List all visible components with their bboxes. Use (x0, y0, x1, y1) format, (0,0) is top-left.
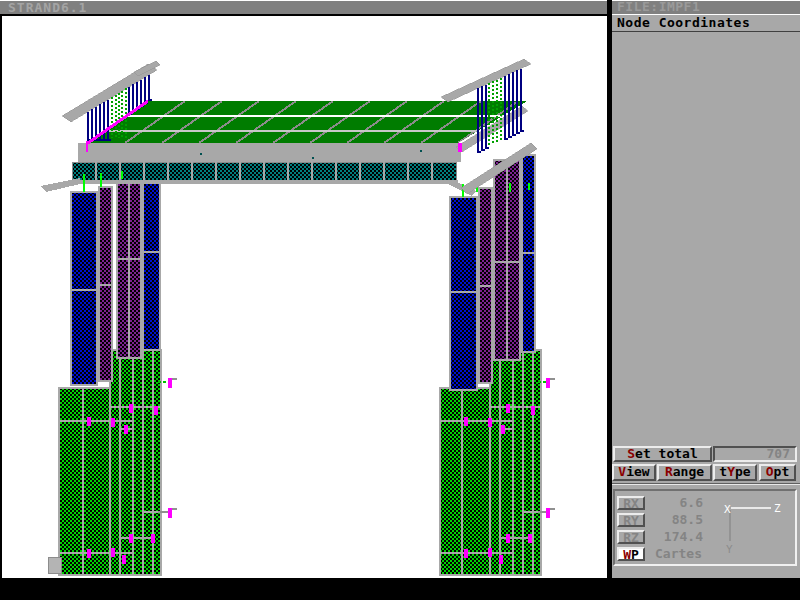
ry-button[interactable]: RY (617, 513, 645, 527)
rx-value: 6.6 (645, 496, 703, 510)
wp-button[interactable]: WP (617, 547, 645, 561)
rz-value: 174.4 (645, 530, 703, 544)
total-count-field: 707 (713, 446, 797, 462)
bridge-model (2, 16, 607, 578)
rz-button[interactable]: RZ (617, 530, 645, 544)
axis-y-label: Y (726, 543, 733, 556)
rotation-groupbox: RX 6.6 RY 88.5 RZ 174.4 WP Cartes X Z Y (613, 489, 797, 566)
axis-triad: X Z Y (717, 497, 793, 559)
axis-x-label: X (724, 503, 731, 516)
model-viewport[interactable] (0, 14, 607, 578)
view-button[interactable]: View (612, 464, 656, 481)
wp-mode-label: Cartes (655, 547, 702, 561)
axis-z-label: Z (774, 502, 781, 515)
title-bar: STRAND6.1 (0, 0, 607, 14)
set-total-button[interactable]: Set total (613, 446, 712, 462)
ry-value: 88.5 (645, 513, 703, 527)
left-foundation-block (48, 350, 161, 575)
bottom-bar (0, 578, 800, 600)
file-label: FILE:IMPF1 (612, 0, 800, 14)
app-title: STRAND6.1 (8, 1, 87, 14)
panel-heading: Node Coordinates (612, 14, 800, 32)
opt-button[interactable]: Opt (759, 464, 796, 481)
range-button[interactable]: Range (657, 464, 712, 481)
rx-button[interactable]: RX (617, 496, 645, 510)
panel-separator (612, 483, 800, 485)
strand6-application-window: STRAND6.1 (0, 0, 800, 600)
control-panel: FILE:IMPF1 Node Coordinates Set total 70… (612, 0, 800, 578)
type-button[interactable]: tYpe (713, 464, 757, 481)
